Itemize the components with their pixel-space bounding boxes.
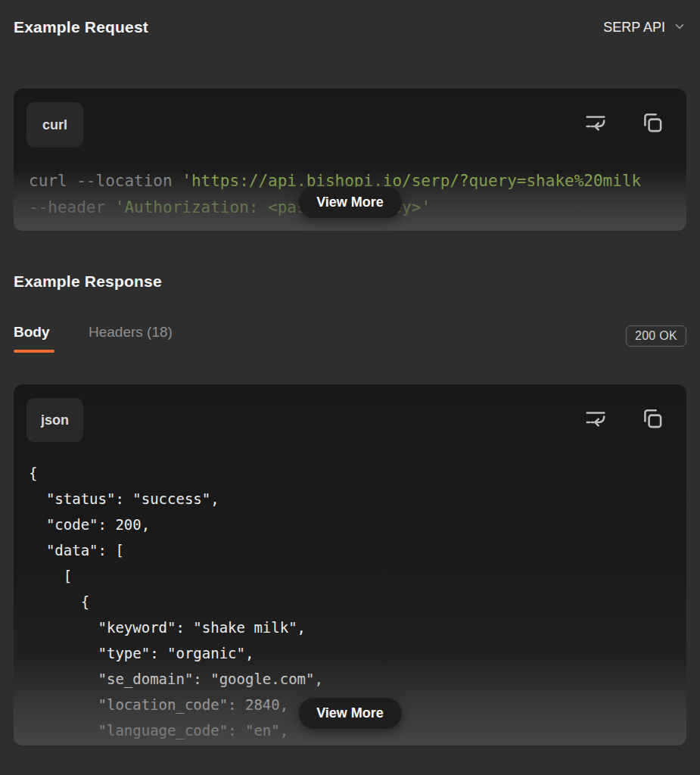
language-chip-curl: curl bbox=[26, 102, 83, 148]
code-line: { bbox=[14, 589, 686, 615]
code-line: [ bbox=[14, 563, 686, 589]
wrap-text-icon bbox=[584, 421, 607, 432]
tab-headers[interactable]: Headers (18) bbox=[89, 324, 173, 341]
code-line: "code": 200, bbox=[14, 512, 686, 537]
request-view-more-button[interactable]: View More bbox=[298, 187, 402, 218]
code-line: "status": "success", bbox=[14, 486, 686, 512]
request-panel-header: curl bbox=[14, 89, 686, 148]
response-panel-header: json bbox=[14, 384, 686, 442]
code-line: "se_domain": "google.com", bbox=[14, 666, 686, 692]
api-selector-dropdown[interactable]: SERP API bbox=[603, 20, 686, 36]
chevron-down-icon bbox=[673, 20, 686, 36]
copy-icon bbox=[640, 125, 664, 136]
code-line: "type": "organic", bbox=[14, 640, 686, 666]
api-docs-page: Example Request SERP API curl bbox=[0, 0, 700, 775]
language-chip-json: json bbox=[26, 398, 83, 442]
wrap-text-button[interactable] bbox=[584, 406, 607, 430]
active-tab-underline bbox=[14, 350, 54, 353]
request-title: Example Request bbox=[14, 18, 148, 36]
response-view-more-button[interactable]: View More bbox=[298, 698, 402, 729]
response-title: Example Response bbox=[14, 272, 162, 291]
copy-button[interactable] bbox=[640, 110, 664, 134]
response-panel-actions bbox=[584, 406, 664, 430]
request-code-panel: curl curl --location 'https://api.bishop… bbox=[14, 89, 686, 231]
wrap-text-button[interactable] bbox=[584, 110, 607, 134]
request-panel-actions bbox=[584, 110, 664, 134]
api-selector-label: SERP API bbox=[603, 20, 665, 36]
copy-icon bbox=[640, 421, 664, 432]
copy-button[interactable] bbox=[640, 406, 664, 430]
wrap-text-icon bbox=[584, 125, 607, 136]
code-line: "data": [ bbox=[14, 537, 686, 563]
response-code-panel: json { "status": "success", "code": 200,… bbox=[14, 384, 686, 745]
tab-body[interactable]: Body bbox=[14, 324, 54, 353]
code-line: { bbox=[14, 460, 686, 486]
code-line: "keyword": "shake milk", bbox=[14, 615, 686, 640]
status-badge: 200 OK bbox=[626, 325, 686, 347]
request-header: Example Request SERP API bbox=[14, 18, 686, 36]
tab-headers-label: Headers (18) bbox=[89, 324, 173, 340]
response-tabs-row: Body Headers (18) 200 OK bbox=[14, 324, 686, 353]
tab-body-label: Body bbox=[14, 324, 50, 340]
